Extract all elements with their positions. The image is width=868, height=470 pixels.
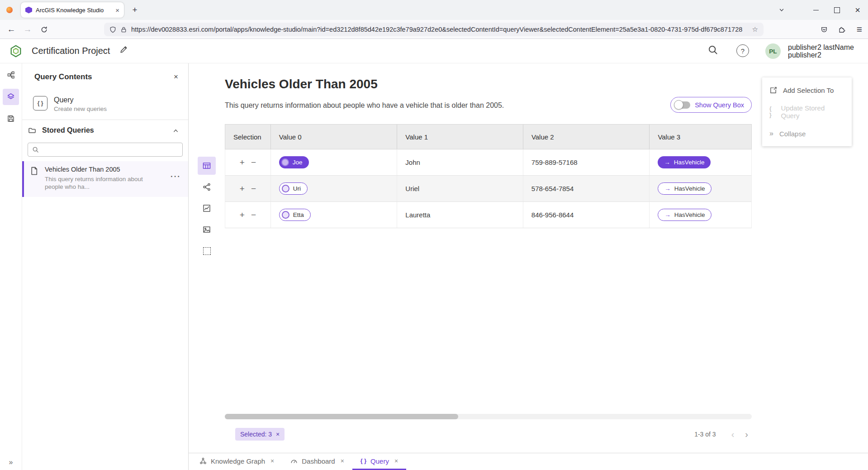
- tab-close-icon[interactable]: ×: [115, 6, 119, 14]
- expand-plus-icon[interactable]: +: [240, 158, 245, 168]
- bookmark-star-icon[interactable]: ☆: [752, 25, 758, 34]
- view-toolstrip: [198, 157, 216, 263]
- cell-value[interactable]: Uriel: [397, 176, 523, 201]
- help-icon[interactable]: ?: [736, 44, 749, 57]
- selection-tool-icon[interactable]: [198, 242, 216, 260]
- tab-close-icon[interactable]: ×: [341, 457, 344, 465]
- braces-icon: { }: [360, 458, 366, 464]
- table-header-row: Selection Value 0 Value 1 Value 2 Value …: [225, 124, 752, 149]
- window-minimize-button[interactable]: [806, 0, 826, 20]
- cell-value[interactable]: 846-956-8644: [523, 202, 650, 228]
- tracking-shield-icon[interactable]: [109, 26, 116, 33]
- column-header[interactable]: Value 1: [397, 125, 523, 149]
- item-options-ellipsis-icon[interactable]: ···: [171, 172, 181, 181]
- tab-list-chevron-icon[interactable]: [775, 4, 788, 16]
- toggle-switch[interactable]: [675, 101, 690, 109]
- cell-value[interactable]: 759-889-57168: [523, 149, 650, 175]
- collapse-minus-icon[interactable]: −: [251, 158, 256, 168]
- window-maximize-button[interactable]: [826, 0, 847, 20]
- stored-queries-search[interactable]: [28, 143, 183, 157]
- table-row[interactable]: + − Joe John 759-889-57168 →: [225, 149, 751, 176]
- table-row[interactable]: + − Uri Uriel 578-654-7854 →: [225, 176, 751, 202]
- expand-plus-icon[interactable]: +: [240, 210, 245, 220]
- entity-circle-icon: [282, 211, 289, 219]
- table-row[interactable]: + − Etta Lauretta 846-956-8644 →: [225, 202, 751, 228]
- tab-knowledge-graph[interactable]: Knowledge Graph ×: [191, 453, 282, 470]
- stored-queries-search-input[interactable]: [42, 146, 178, 154]
- horizontal-scrollbar[interactable]: [225, 414, 752, 419]
- search-icon[interactable]: [707, 44, 718, 55]
- clear-selection-icon[interactable]: ×: [276, 431, 280, 438]
- expand-panel-chevrons-icon[interactable]: »: [0, 458, 22, 466]
- link-chart-icon[interactable]: [198, 178, 216, 196]
- stored-query-title: Vehicles Older Than 2005: [45, 166, 148, 173]
- new-query-item[interactable]: { } Query Create new queries: [22, 91, 188, 120]
- cell-value[interactable]: 578-654-7854: [523, 176, 650, 201]
- url-bar[interactable]: https://dev0028833.esri.com/portal/apps/…: [104, 23, 764, 36]
- workspace-tab-bar: Knowledge Graph × Dashboard × { } Query …: [189, 453, 868, 470]
- column-header[interactable]: Value 2: [523, 125, 650, 149]
- entity-pill[interactable]: Etta: [279, 209, 311, 221]
- data-model-icon[interactable]: [3, 67, 19, 83]
- braces-icon: { }: [769, 106, 775, 118]
- hamburger-menu-icon[interactable]: ≡: [852, 22, 867, 37]
- selection-context-menu: Add Selection To { } Update Stored Query…: [762, 77, 852, 146]
- column-header[interactable]: Selection: [225, 125, 270, 149]
- tab-dashboard[interactable]: Dashboard ×: [282, 453, 352, 470]
- relationship-pill[interactable]: → HasVehicle: [658, 182, 711, 195]
- url-text[interactable]: https://dev0028833.esri.com/portal/apps/…: [131, 26, 748, 33]
- knowledge-graph-icon: [199, 457, 207, 465]
- tab-query[interactable]: { } Query ×: [352, 453, 406, 470]
- window-close-button[interactable]: ×: [847, 0, 868, 20]
- map-view-icon[interactable]: [198, 221, 216, 239]
- next-page-icon[interactable]: ›: [745, 429, 748, 440]
- collapse-minus-icon[interactable]: −: [251, 184, 256, 194]
- relationship-pill[interactable]: → HasVehicle: [658, 209, 711, 221]
- relationship-pill[interactable]: → HasVehicle: [658, 156, 711, 168]
- column-header[interactable]: Value 0: [270, 125, 397, 149]
- firefox-icon[interactable]: [6, 7, 13, 13]
- collapse-section-chevron-icon[interactable]: [172, 127, 179, 134]
- expand-plus-icon[interactable]: +: [240, 184, 245, 194]
- pocket-icon[interactable]: [817, 22, 831, 37]
- browser-navbar: ← → https://dev0028833.esri.com/portal/a…: [0, 20, 868, 39]
- search-icon: [32, 146, 39, 153]
- previous-page-icon[interactable]: ‹: [731, 429, 735, 440]
- menu-item-add-selection-to[interactable]: Add Selection To: [762, 79, 852, 101]
- cell-value[interactable]: John: [397, 149, 523, 175]
- new-tab-button[interactable]: +: [128, 4, 141, 16]
- tab-close-icon[interactable]: ×: [270, 457, 274, 465]
- menu-item-collapse[interactable]: » Collapse: [762, 123, 852, 144]
- cell-value[interactable]: Lauretta: [397, 202, 523, 228]
- stored-query-list-item[interactable]: Vehicles Older Than 2005 This query retu…: [22, 161, 188, 197]
- left-icon-rail: »: [0, 63, 22, 470]
- extensions-puzzle-icon[interactable]: [835, 22, 849, 37]
- column-header[interactable]: Value 3: [649, 125, 751, 149]
- selected-count-chip[interactable]: Selected: 3 ×: [235, 428, 285, 441]
- tab-close-icon[interactable]: ×: [394, 457, 398, 465]
- entity-pill[interactable]: Uri: [279, 182, 308, 195]
- collapse-minus-icon[interactable]: −: [251, 210, 256, 220]
- entity-circle-icon: [281, 158, 289, 166]
- save-icon[interactable]: [3, 110, 19, 127]
- user-info[interactable]: publisher2 lastName publisher2: [788, 43, 854, 59]
- forward-button[interactable]: →: [20, 22, 35, 37]
- layers-icon[interactable]: [3, 89, 19, 105]
- stored-queries-header[interactable]: Stored Queries: [22, 120, 188, 141]
- edit-title-pencil-icon[interactable]: [119, 45, 128, 54]
- entity-pill[interactable]: Joe: [279, 156, 309, 168]
- panel-close-icon[interactable]: ×: [174, 72, 178, 82]
- scrollbar-thumb[interactable]: [225, 414, 458, 419]
- user-avatar[interactable]: PL: [765, 43, 781, 59]
- browser-tab[interactable]: ArcGIS Knowledge Studio ×: [21, 2, 124, 18]
- back-button[interactable]: ←: [4, 22, 19, 37]
- table-view-icon[interactable]: [198, 157, 216, 175]
- reload-button[interactable]: [36, 22, 52, 37]
- braces-icon: { }: [33, 96, 47, 110]
- menu-item-update-stored-query: { } Update Stored Query: [762, 101, 852, 123]
- query-item-label: Query: [54, 96, 107, 104]
- arcgis-favicon-icon: [25, 7, 32, 14]
- chart-view-icon[interactable]: [198, 199, 216, 217]
- lock-icon[interactable]: [120, 26, 127, 33]
- show-query-box-toggle[interactable]: Show Query Box: [670, 97, 752, 113]
